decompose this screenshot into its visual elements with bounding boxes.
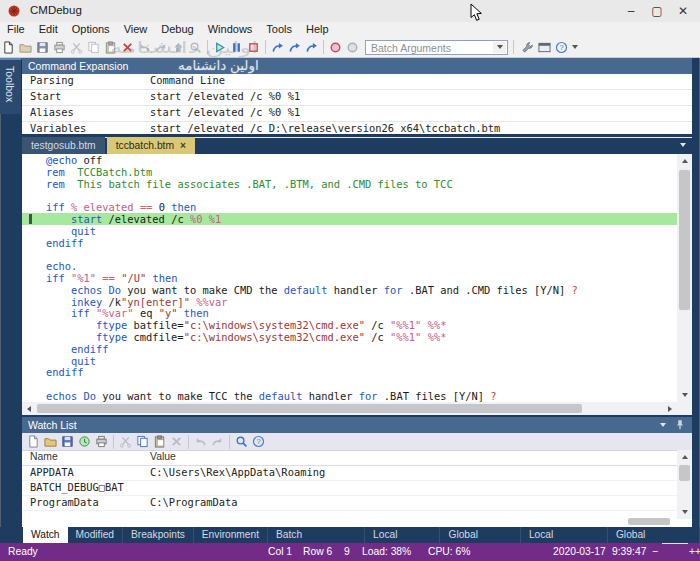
scroll-right-icon[interactable] xyxy=(663,402,677,415)
minimize-button[interactable]: – xyxy=(620,2,642,20)
watch-menu-icon[interactable] xyxy=(660,423,666,427)
code-line[interactable] xyxy=(22,189,677,201)
options-wrench-icon[interactable] xyxy=(520,39,536,55)
zoom-slider[interactable] xyxy=(662,543,688,544)
watch-list-header[interactable]: Watch List xyxy=(22,417,692,433)
pin-icon[interactable] xyxy=(674,419,686,431)
toolbox-tab[interactable]: Toolbox xyxy=(0,58,22,114)
code-line[interactable]: endiff xyxy=(22,366,677,378)
code-line[interactable]: echo. xyxy=(22,260,677,272)
code-line[interactable]: rem TCCBatch.btm xyxy=(22,166,677,178)
code-line[interactable]: inkey /k"yn[enter]" %%var xyxy=(22,296,677,308)
menu-edit[interactable]: Edit xyxy=(32,22,65,37)
menu-help[interactable]: Help xyxy=(299,22,336,37)
bottom-tab-batch-parameters[interactable]: Batch Parameters xyxy=(268,527,365,543)
save-watch-icon[interactable] xyxy=(60,434,76,450)
bottom-tab-local-functions[interactable]: Local Functions xyxy=(521,527,608,543)
save-file-icon[interactable] xyxy=(35,39,51,55)
help-watch-icon[interactable] xyxy=(251,434,267,450)
redo-watch-icon[interactable] xyxy=(210,434,226,450)
cut-watch-icon[interactable] xyxy=(118,434,134,450)
code-line[interactable]: endiff xyxy=(22,343,677,355)
print-icon[interactable] xyxy=(52,39,68,55)
copy-watch-icon[interactable] xyxy=(135,434,151,450)
zoom-in-icon-2[interactable]: + xyxy=(695,543,700,561)
scroll-down-icon[interactable] xyxy=(677,388,692,402)
find-watch-icon[interactable] xyxy=(234,434,250,450)
menu-options[interactable]: Options xyxy=(65,22,117,37)
code-line[interactable]: echos Do you want to make TCC the defaul… xyxy=(22,390,677,402)
undo-watch-icon[interactable] xyxy=(193,434,209,450)
watch-row[interactable]: ProgramDataC:\ProgramData xyxy=(22,496,692,511)
editor-vscroll-thumb[interactable] xyxy=(679,170,690,310)
maximize-button[interactable]: ▢ xyxy=(646,2,668,20)
open-file-icon[interactable] xyxy=(18,39,34,55)
code-line[interactable] xyxy=(22,378,677,390)
code-line[interactable]: @echo off xyxy=(22,154,677,166)
code-line[interactable]: ftype batfile="c:\windows\system32\cmd.e… xyxy=(22,319,677,331)
menu-windows[interactable]: Windows xyxy=(201,22,260,37)
open-watch-icon[interactable] xyxy=(43,434,59,450)
console-window-icon[interactable] xyxy=(537,39,553,55)
code-line[interactable]: rem This batch file associates .BAT, .BT… xyxy=(22,178,677,190)
step-out-icon[interactable] xyxy=(304,39,320,55)
current-execution-line[interactable]: start /elevated /c %0 %1 xyxy=(22,213,677,225)
new-file-icon[interactable] xyxy=(1,39,17,55)
cut-icon[interactable] xyxy=(69,39,85,55)
tab-close-icon[interactable]: × xyxy=(180,140,186,151)
editor-tab-tccbatch.btm[interactable]: tccbatch.btm× xyxy=(107,137,195,154)
editor-vscrollbar[interactable] xyxy=(677,154,692,402)
editor-tab-testgosub.btm[interactable]: testgosub.btm xyxy=(22,137,105,154)
code-line[interactable]: iff "%1" == "/U" then xyxy=(22,272,677,284)
code-line[interactable]: ftype cmdfile="c:\windows\system32\cmd.e… xyxy=(22,331,677,343)
code-editor[interactable]: @echo offrem TCCBatch.btmrem This batch … xyxy=(22,154,677,402)
bottom-tab-modified[interactable]: Modified xyxy=(68,527,124,543)
menu-debug[interactable]: Debug xyxy=(154,22,200,37)
combo-dropdown-icon[interactable] xyxy=(493,42,506,53)
step-over-icon[interactable] xyxy=(287,39,303,55)
code-line[interactable]: iff %_elevated == 0 then xyxy=(22,201,677,213)
watch-row[interactable]: APPDATAC:\Users\Rex\AppData\Roaming xyxy=(22,466,692,481)
bottom-tab-global-functions[interactable]: Global Functions xyxy=(608,527,700,543)
delete-watch-icon[interactable] xyxy=(169,434,185,450)
bottom-tab-watch[interactable]: Watch xyxy=(23,527,68,543)
watch-scroll-down-icon[interactable] xyxy=(677,505,692,519)
copy-icon[interactable] xyxy=(86,39,102,55)
toolbar-overflow-icon[interactable] xyxy=(572,45,578,49)
paste-watch-icon[interactable] xyxy=(152,434,168,450)
toggle-breakpoint-icon[interactable] xyxy=(328,39,344,55)
bottom-tab-breakpoints[interactable]: Breakpoints xyxy=(123,527,194,543)
batch-arguments-combo[interactable]: Batch Arguments xyxy=(365,40,508,55)
bottom-tab-environment[interactable]: Environment xyxy=(194,527,268,543)
help-icon[interactable] xyxy=(554,39,570,55)
scroll-left-icon[interactable] xyxy=(22,402,36,415)
code-line[interactable]: endiff xyxy=(22,237,677,249)
auto-refresh-icon[interactable] xyxy=(77,434,93,450)
editor-hscroll-thumb[interactable] xyxy=(37,404,582,413)
menu-tools[interactable]: Tools xyxy=(259,22,299,37)
code-line[interactable]: echos Do you want to make CMD the defaul… xyxy=(22,284,677,296)
editor-hscrollbar[interactable] xyxy=(22,402,677,415)
step-into-icon[interactable] xyxy=(270,39,286,55)
code-line[interactable]: iff "%var" eq "y" then xyxy=(22,307,677,319)
menu-view[interactable]: View xyxy=(117,22,155,37)
new-watch-icon[interactable] xyxy=(26,434,42,450)
code-line[interactable]: quit xyxy=(22,355,677,367)
watch-vscrollbar[interactable] xyxy=(677,450,692,519)
watch-hscroll-thumb[interactable] xyxy=(628,518,670,525)
command-expansion-header[interactable]: Command Expansion xyxy=(22,58,692,74)
code-line[interactable]: quit xyxy=(22,225,677,237)
menu-file[interactable]: File xyxy=(0,22,32,37)
clear-breakpoints-icon[interactable] xyxy=(345,39,361,55)
code-line[interactable] xyxy=(22,248,677,260)
watch-vscroll-thumb[interactable] xyxy=(679,465,690,481)
bottom-tab-local-aliases[interactable]: Local Aliases xyxy=(365,527,440,543)
print-watch-icon[interactable] xyxy=(94,434,110,450)
tab-list-dropdown-icon[interactable] xyxy=(680,143,686,147)
watch-scroll-up-icon[interactable] xyxy=(677,450,692,464)
watch-row[interactable]: BATCH_DEBUG□BAT xyxy=(22,481,692,496)
close-button[interactable]: ✕ xyxy=(672,2,694,20)
bottom-tab-global-aliases[interactable]: Global Aliases xyxy=(440,527,520,543)
zoom-out-icon[interactable]: − xyxy=(652,543,658,561)
scroll-up-icon[interactable] xyxy=(677,154,692,168)
